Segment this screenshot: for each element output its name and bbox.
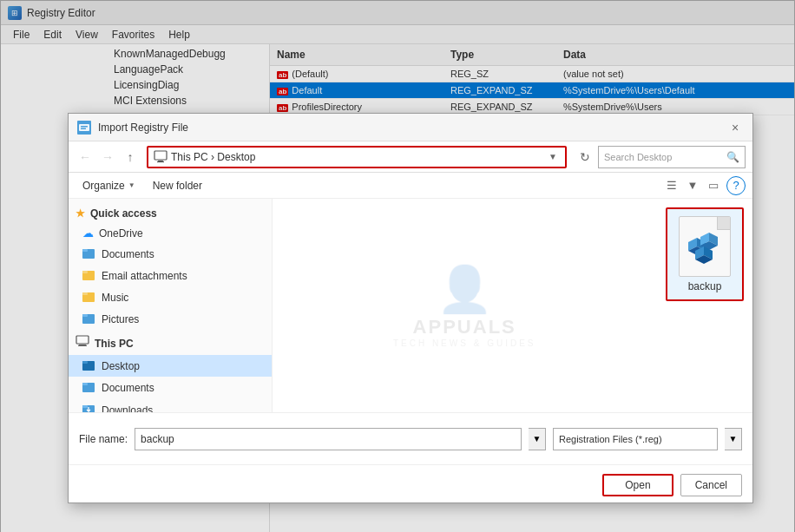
new-folder-button[interactable]: New folder bbox=[146, 176, 209, 195]
pictures-label: Pictures bbox=[102, 313, 139, 325]
documents-qa-icon bbox=[82, 246, 96, 261]
svg-rect-3 bbox=[81, 128, 86, 129]
dialog-title-text: Import Registry File bbox=[98, 122, 726, 134]
documents-pc-label: Documents bbox=[102, 382, 154, 394]
dialog-title-icon bbox=[77, 121, 91, 135]
dialog-overlay: Import Registry File × ← → ↑ This PC › D… bbox=[0, 0, 795, 532]
help-button[interactable]: ? bbox=[726, 176, 746, 195]
dialog-main-content: 👤 APPUALS TECH NEWS & GUIDES bbox=[273, 199, 752, 412]
nav-up-button[interactable]: ↑ bbox=[121, 148, 140, 167]
email-icon bbox=[82, 268, 96, 283]
refresh-button[interactable]: ↻ bbox=[575, 148, 595, 167]
organize-label: Organize bbox=[82, 180, 125, 192]
svg-rect-14 bbox=[82, 314, 88, 317]
address-text: This PC › Desktop bbox=[171, 151, 546, 163]
dialog-body: ★ Quick access ☁ OneDrive Documents bbox=[69, 199, 752, 412]
music-qa-icon bbox=[82, 290, 96, 305]
this-pc-icon bbox=[76, 335, 89, 351]
view-mode-button[interactable]: ☰ bbox=[662, 176, 681, 195]
filetype-dropdown-button[interactable]: ▼ bbox=[725, 428, 742, 450]
music-qa-label: Music bbox=[102, 292, 128, 304]
filename-dropdown-button[interactable]: ▼ bbox=[529, 428, 546, 450]
this-pc-label: This PC bbox=[95, 338, 134, 350]
dialog-close-button[interactable]: × bbox=[726, 119, 744, 136]
search-box[interactable]: Search Desktop 🔍 bbox=[598, 146, 746, 168]
dialog-nav-bar: ← → ↑ This PC › Desktop ▼ ↻ Search Deskt… bbox=[69, 141, 752, 173]
preview-pane-button[interactable]: ▭ bbox=[704, 176, 723, 195]
svg-rect-2 bbox=[81, 126, 88, 128]
dialog-title-bar: Import Registry File × bbox=[69, 114, 752, 141]
svg-rect-19 bbox=[82, 361, 88, 364]
dialog-footer: File name: ▼ Registration Files (*.reg) … bbox=[69, 412, 752, 464]
filename-input[interactable] bbox=[135, 428, 522, 450]
new-folder-label: New folder bbox=[153, 180, 202, 192]
sidebar-item-onedrive[interactable]: ☁ OneDrive bbox=[69, 223, 272, 243]
documents-pc-icon bbox=[82, 380, 96, 395]
svg-rect-21 bbox=[82, 383, 88, 385]
email-label: Email attachments bbox=[102, 270, 187, 282]
sidebar-item-email[interactable]: Email attachments bbox=[69, 265, 272, 286]
watermark: 👤 APPUALS TECH NEWS & GUIDES bbox=[393, 263, 536, 348]
address-dropdown-icon[interactable]: ▼ bbox=[546, 150, 560, 164]
reg-file-icon bbox=[679, 216, 731, 277]
documents-qa-label: Documents bbox=[102, 248, 154, 260]
quick-access-label: Quick access bbox=[90, 207, 157, 220]
filetype-select[interactable]: Registration Files (*.reg) bbox=[553, 428, 718, 450]
filetype-label: Registration Files (*.reg) bbox=[559, 434, 662, 444]
sidebar-item-music-qa[interactable]: Music bbox=[69, 286, 272, 308]
file-cube-graphic bbox=[687, 231, 725, 269]
filename-label: File name: bbox=[79, 433, 128, 445]
sidebar-item-pictures[interactable]: Pictures bbox=[69, 308, 272, 330]
sidebar-item-documents-qa[interactable]: Documents bbox=[69, 243, 272, 265]
downloads-icon bbox=[82, 402, 96, 412]
sidebar-quick-access-header[interactable]: ★ Quick access bbox=[69, 202, 272, 223]
svg-rect-4 bbox=[154, 151, 167, 160]
cancel-button[interactable]: Cancel bbox=[680, 474, 742, 496]
onedrive-icon: ☁ bbox=[82, 227, 94, 240]
address-pc-icon bbox=[154, 150, 168, 164]
desktop-label: Desktop bbox=[102, 360, 140, 372]
dialog-actions: Open Cancel bbox=[69, 464, 752, 504]
downloads-label: Downloads bbox=[102, 404, 153, 413]
monitor-icon bbox=[154, 150, 168, 164]
organize-dropdown-icon: ▼ bbox=[128, 181, 135, 189]
backup-file-item[interactable]: backup bbox=[666, 207, 744, 301]
view-dropdown-button[interactable]: ▼ bbox=[683, 176, 702, 195]
pictures-icon bbox=[82, 312, 96, 326]
address-bar[interactable]: This PC › Desktop ▼ bbox=[147, 146, 567, 168]
svg-rect-1 bbox=[79, 124, 89, 131]
sidebar-item-documents-pc[interactable]: Documents bbox=[69, 377, 272, 398]
nav-back-button[interactable]: ← bbox=[76, 148, 95, 167]
star-icon: ★ bbox=[76, 207, 85, 220]
onedrive-label: OneDrive bbox=[99, 227, 143, 240]
open-button[interactable]: Open bbox=[602, 474, 673, 496]
sidebar-item-downloads[interactable]: Downloads bbox=[69, 398, 272, 412]
svg-rect-12 bbox=[82, 292, 88, 295]
organize-button[interactable]: Organize ▼ bbox=[76, 176, 142, 195]
svg-rect-15 bbox=[76, 336, 89, 344]
view-buttons-group: ☰ ▼ ▭ ? bbox=[662, 176, 746, 195]
import-registry-dialog: Import Registry File × ← → ↑ This PC › D… bbox=[68, 113, 753, 503]
nav-forward-button[interactable]: → bbox=[98, 148, 117, 167]
dialog-sidebar: ★ Quick access ☁ OneDrive Documents bbox=[69, 199, 273, 412]
svg-rect-23 bbox=[82, 405, 88, 408]
sidebar-item-desktop[interactable]: Desktop bbox=[69, 355, 272, 377]
search-placeholder: Search Desktop bbox=[604, 152, 726, 162]
svg-rect-8 bbox=[82, 249, 88, 252]
dialog-toolbar: Organize ▼ New folder ☰ ▼ ▭ ? bbox=[69, 173, 752, 199]
sidebar-thispc-header[interactable]: This PC bbox=[69, 330, 272, 355]
svg-rect-10 bbox=[82, 271, 88, 273]
search-icon[interactable]: 🔍 bbox=[726, 151, 739, 163]
desktop-icon bbox=[82, 358, 96, 373]
file-name-label: backup bbox=[688, 280, 722, 292]
